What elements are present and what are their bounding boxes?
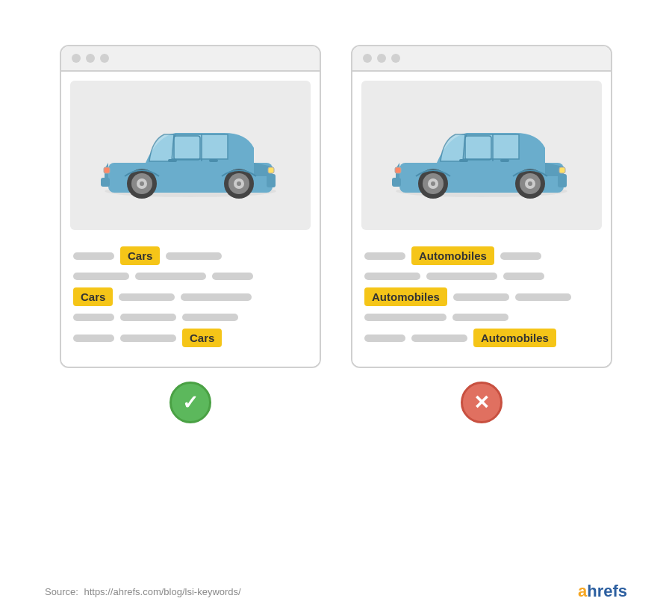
svg-rect-34: [500, 159, 509, 162]
line-decoration: [364, 314, 447, 321]
titlebar-dot-3: [100, 54, 109, 63]
ahrefs-brand: ahrefs: [578, 582, 627, 601]
line-decoration: [182, 314, 238, 321]
svg-point-13: [140, 181, 144, 186]
titlebar-dot-1: [72, 54, 81, 63]
right-content-row-2b: [364, 314, 599, 321]
line-decoration: [119, 293, 175, 301]
automobiles-badge-1: Automobiles: [411, 246, 494, 265]
line-decoration: [364, 335, 405, 342]
titlebar-dot-2: [86, 54, 95, 63]
cross-icon-wrapper: ✕: [461, 382, 503, 423]
left-content-row-2b: [73, 314, 308, 321]
right-window-group: Automobiles Automobiles: [351, 45, 612, 423]
svg-rect-32: [559, 167, 565, 173]
right-content-row-3: Automobiles: [364, 329, 599, 347]
ahrefs-rest-letters: hrefs: [587, 582, 627, 600]
left-content-row-2: Cars: [73, 287, 308, 306]
right-car-svg: [385, 96, 579, 215]
titlebar-dot-1: [363, 54, 372, 63]
cross-icon: ✕: [461, 382, 503, 423]
check-icon-wrapper: ✓: [169, 382, 211, 423]
line-decoration: [120, 335, 176, 342]
titlebar-dot-3: [391, 54, 400, 63]
source-url: https://ahrefs.com/blog/lsi-keywords/: [84, 586, 240, 597]
cars-badge-2: Cars: [73, 287, 113, 306]
automobiles-badge-3: Automobiles: [473, 329, 556, 347]
left-content-row-3: Cars: [73, 329, 308, 347]
line-decoration: [411, 335, 467, 342]
svg-rect-20: [558, 174, 567, 187]
left-car-svg: [93, 96, 287, 215]
line-decoration: [452, 314, 508, 321]
left-titlebar: [61, 46, 320, 72]
right-content-lines: Automobiles Automobiles: [352, 239, 611, 367]
svg-rect-33: [395, 167, 401, 173]
svg-rect-17: [168, 159, 177, 162]
line-decoration: [73, 314, 114, 321]
right-car-image-area: [361, 81, 602, 230]
line-decoration: [166, 252, 222, 260]
svg-rect-2: [267, 174, 276, 187]
left-content-row-1: Cars: [73, 246, 308, 265]
line-decoration: [212, 273, 253, 280]
svg-rect-3: [101, 178, 110, 187]
line-decoration: [181, 293, 252, 301]
line-decoration: [364, 252, 405, 260]
svg-rect-16: [209, 159, 218, 162]
source-text: Source: https://ahrefs.com/blog/lsi-keyw…: [45, 586, 241, 597]
right-browser-body: Automobiles Automobiles: [352, 81, 611, 367]
right-content-row-1: Automobiles: [364, 246, 599, 265]
svg-rect-21: [392, 178, 401, 187]
left-browser-window: Cars Cars: [60, 45, 321, 368]
main-content: Cars Cars: [60, 45, 612, 423]
line-decoration: [503, 273, 544, 280]
left-content-row-1b: [73, 273, 308, 280]
footer: Source: https://ahrefs.com/blog/lsi-keyw…: [0, 582, 672, 601]
left-window-group: Cars Cars: [60, 45, 321, 423]
left-car-image-area: [70, 81, 311, 230]
line-decoration: [73, 335, 114, 342]
line-decoration: [73, 252, 114, 260]
svg-point-9: [237, 181, 241, 186]
cars-badge-1: Cars: [120, 246, 160, 265]
right-titlebar: [352, 46, 611, 72]
right-content-row-2: Automobiles: [364, 287, 599, 306]
left-content-lines: Cars Cars: [61, 239, 320, 367]
svg-point-31: [431, 181, 435, 186]
line-decoration: [453, 293, 509, 301]
ahrefs-a-letter: a: [578, 582, 587, 600]
line-decoration: [364, 273, 420, 280]
svg-rect-35: [459, 159, 468, 162]
right-browser-window: Automobiles Automobiles: [351, 45, 612, 368]
automobiles-badge-2: Automobiles: [364, 287, 447, 306]
cars-badge-3: Cars: [182, 329, 222, 347]
svg-rect-14: [268, 167, 274, 173]
line-decoration: [73, 273, 129, 280]
line-decoration: [426, 273, 497, 280]
svg-point-27: [528, 181, 532, 186]
svg-rect-15: [104, 167, 110, 173]
line-decoration: [515, 293, 571, 301]
line-decoration: [500, 252, 541, 260]
titlebar-dot-2: [377, 54, 386, 63]
left-browser-body: Cars Cars: [61, 81, 320, 367]
check-icon: ✓: [169, 382, 211, 423]
right-content-row-1b: [364, 273, 599, 280]
line-decoration: [120, 314, 176, 321]
line-decoration: [135, 273, 206, 280]
